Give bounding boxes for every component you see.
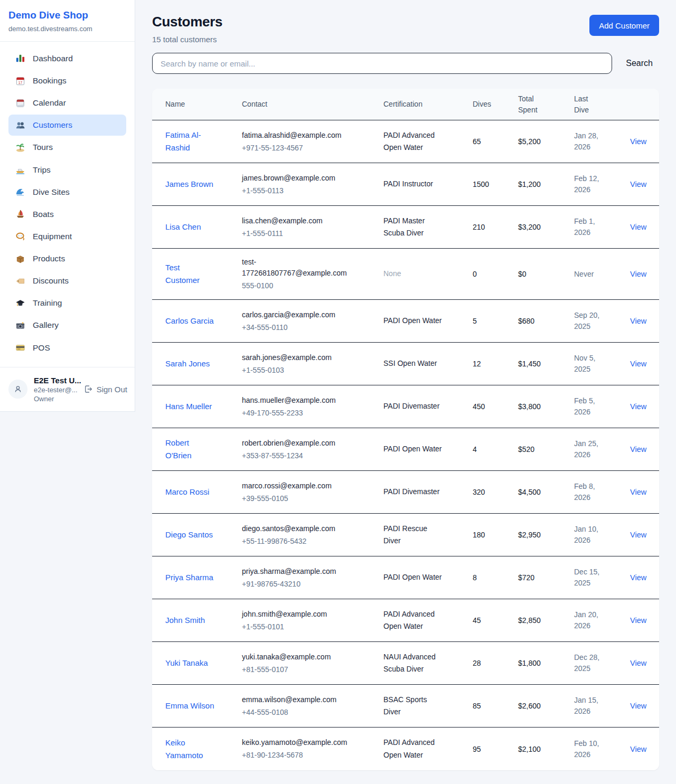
sidebar-item-trips[interactable]: Trips (8, 159, 126, 181)
customer-certification: PADI Advanced Open Water (383, 736, 473, 761)
user-email: e2e-tester@... (34, 386, 81, 394)
view-customer-link[interactable]: View (630, 137, 646, 146)
search-input[interactable] (152, 53, 612, 74)
customer-dives: 95 (473, 745, 518, 753)
sidebar-item-customers[interactable]: Customers (8, 115, 126, 136)
sidebar-item-label: Products (33, 253, 65, 264)
view-customer-link[interactable]: View (630, 573, 646, 582)
sidebar-header: Demo Dive Shop demo.test.divestreams.com (0, 0, 135, 42)
customer-phone: +971-55-123-4567 (242, 143, 354, 154)
sidebar-item-pos[interactable]: POS (8, 337, 126, 358)
customer-phone: +1-555-0101 (242, 621, 354, 632)
customer-name-link[interactable]: James Brown (165, 180, 213, 188)
view-customer-link[interactable]: View (630, 531, 646, 539)
table-row: Diego Santos diego.santos@example.com +5… (152, 514, 659, 556)
view-customer-link[interactable]: View (630, 616, 646, 625)
customer-name-link[interactable]: Emma Wilson (165, 701, 214, 710)
user-box: E2E Test U... e2e-tester@... Owner Sign … (0, 367, 135, 411)
customer-name-link[interactable]: Marco Rossi (165, 487, 209, 496)
sidebar-item-calendar[interactable]: Calendar (8, 92, 126, 114)
view-customer-link[interactable]: View (630, 223, 646, 231)
person-icon (13, 384, 23, 394)
customer-last-dive: Feb 8, 2026 (574, 481, 630, 503)
search-button[interactable]: Search (619, 54, 659, 72)
sidebar-item-tours[interactable]: Tours (8, 137, 126, 158)
tours-icon (15, 142, 25, 153)
customer-name-link[interactable]: Priya Sharma (165, 573, 213, 582)
customer-name-link[interactable]: Keiko Yamamoto (165, 738, 203, 760)
sidebar-item-label: Trips (33, 165, 51, 175)
customer-name-link[interactable]: Lisa Chen (165, 222, 201, 231)
view-customer-link[interactable]: View (630, 702, 646, 710)
customer-dives: 28 (473, 659, 518, 667)
customer-email: marco.rossi@example.com (242, 480, 354, 492)
customer-dives: 45 (473, 616, 518, 625)
table-row: Hans Mueller hans.mueller@example.com +4… (152, 385, 659, 428)
bookings-icon: 17 (15, 75, 25, 86)
customer-dives: 65 (473, 137, 518, 146)
trips-icon (15, 165, 25, 175)
sidebar-item-discounts[interactable]: Discounts (8, 270, 126, 291)
sidebar-item-equipment[interactable]: Equipment (8, 226, 126, 247)
customer-name-link[interactable]: Hans Mueller (165, 402, 212, 411)
customer-total-spent: $520 (518, 445, 574, 454)
table-row: Yuki Tanaka yuki.tanaka@example.com +81-… (152, 642, 659, 685)
customer-name-link[interactable]: John Smith (165, 616, 205, 625)
customer-last-dive: Dec 28, 2025 (574, 652, 630, 674)
view-customer-link[interactable]: View (630, 360, 646, 368)
sidebar-item-label: Dive Sites (33, 187, 70, 197)
customer-email: carlos.garcia@example.com (242, 309, 354, 320)
sidebar-item-label: Tours (33, 142, 53, 153)
customer-total-spent: $3,200 (518, 223, 574, 231)
customer-email: sarah.jones@example.com (242, 352, 354, 363)
customer-total-spent: $4,500 (518, 488, 574, 496)
sidebar-item-dive-sites[interactable]: Dive Sites (8, 182, 126, 203)
sidebar-item-training[interactable]: Training (8, 292, 126, 314)
customer-certification: NAUI Advanced Scuba Diver (383, 651, 473, 675)
view-customer-link[interactable]: View (630, 445, 646, 454)
customer-name-link[interactable]: Carlos Garcia (165, 316, 214, 325)
customer-email: keiko.yamamoto@example.com (242, 737, 354, 748)
customer-phone: +81-90-1234-5678 (242, 750, 354, 761)
sign-out-button[interactable]: Sign Out (83, 384, 127, 394)
training-icon (15, 298, 25, 308)
customer-email: hans.mueller@example.com (242, 395, 354, 406)
column-header-last-dive: Last Dive (574, 93, 630, 116)
customer-phone: +44-555-0108 (242, 707, 354, 718)
sidebar-item-products[interactable]: Products (8, 248, 126, 269)
sidebar-item-label: Gallery (33, 320, 59, 330)
customer-dives: 320 (473, 488, 518, 496)
boats-icon (15, 209, 25, 220)
customer-last-dive: Feb 5, 2026 (574, 395, 630, 418)
view-customer-link[interactable]: View (630, 270, 646, 278)
view-customer-link[interactable]: View (630, 488, 646, 496)
customer-phone: +1-555-0113 (242, 185, 354, 196)
view-customer-link[interactable]: View (630, 180, 646, 188)
customer-name-link[interactable]: Sarah Jones (165, 359, 210, 368)
customer-dives: 8 (473, 573, 518, 582)
table-body: Fatima Al-Rashid fatima.alrashid@example… (152, 120, 659, 770)
customer-name-link[interactable]: Fatima Al-Rashid (165, 130, 201, 152)
customer-total-spent: $1,800 (518, 659, 574, 667)
view-customer-link[interactable]: View (630, 745, 646, 753)
view-customer-link[interactable]: View (630, 317, 646, 325)
sidebar-item-dashboard[interactable]: Dashboard (8, 48, 126, 69)
shop-domain: demo.test.divestreams.com (8, 25, 126, 33)
customer-dives: 180 (473, 531, 518, 539)
view-customer-link[interactable]: View (630, 402, 646, 411)
customer-name-link[interactable]: Yuki Tanaka (165, 658, 208, 667)
customer-name-link[interactable]: Test Customer (165, 263, 200, 285)
customer-name-link[interactable]: Diego Santos (165, 530, 213, 539)
customer-email: fatima.alrashid@example.com (242, 130, 354, 141)
sidebar-item-bookings[interactable]: 17 Bookings (8, 70, 126, 91)
sidebar-item-gallery[interactable]: Gallery (8, 315, 126, 336)
customer-dives: 1500 (473, 180, 518, 188)
sidebar-item-boats[interactable]: Boats (8, 204, 126, 225)
add-customer-button[interactable]: Add Customer (589, 15, 659, 36)
customer-last-dive: Dec 15, 2025 (574, 566, 630, 589)
customer-email: john.smith@example.com (242, 609, 354, 620)
view-customer-link[interactable]: View (630, 659, 646, 667)
discounts-icon (15, 276, 25, 286)
customer-dives: 12 (473, 360, 518, 368)
customer-name-link[interactable]: Robert O'Brien (165, 438, 192, 460)
